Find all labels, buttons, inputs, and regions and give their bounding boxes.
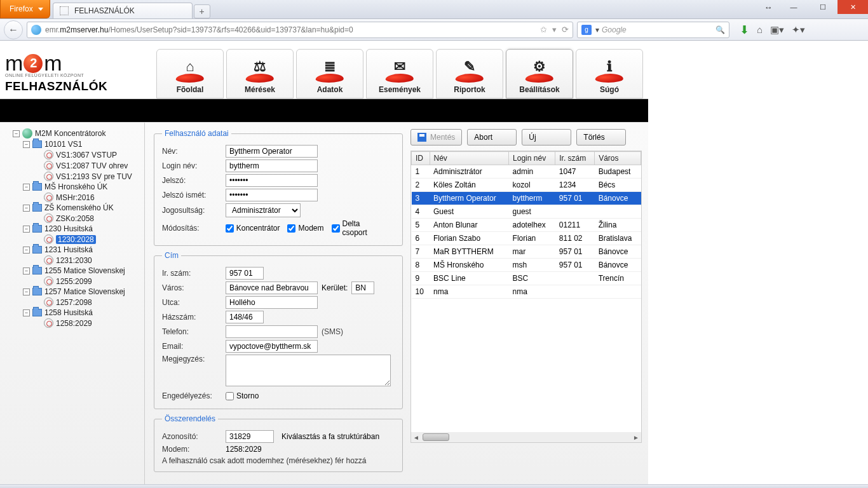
tree-node[interactable]: −1231 Husitská bbox=[3, 245, 142, 255]
downloads-icon[interactable]: ⬇ bbox=[740, 23, 749, 37]
tree-node[interactable]: −ZŠ Komenského ÚK bbox=[3, 203, 142, 213]
tree-node[interactable]: 1255:2099 bbox=[3, 276, 142, 287]
menu-mérések[interactable]: ⚖Mérések bbox=[226, 49, 294, 98]
tree-toggle-icon[interactable]: − bbox=[13, 130, 20, 137]
table-row[interactable]: 4Guestguest bbox=[412, 205, 641, 219]
tree-node[interactable]: ZSKo:2058 bbox=[3, 213, 142, 224]
col-header[interactable]: Login név bbox=[509, 152, 555, 165]
tree-node[interactable]: 1231:2030 bbox=[3, 255, 142, 266]
abort-button[interactable]: Abort bbox=[467, 129, 517, 146]
tree-node[interactable]: −1257 Matice Slovenskej bbox=[3, 287, 142, 297]
bookmarks-icon[interactable]: ▣▾ bbox=[770, 23, 784, 37]
tree-panel[interactable]: −M2M Koncentrátorok−10101 VS1VS1:3067 VS… bbox=[0, 123, 145, 488]
table-row[interactable]: 5Anton Blunaradotelhex01211Žilina bbox=[412, 219, 641, 232]
city-field[interactable] bbox=[226, 281, 318, 294]
col-header[interactable]: Ir. szám bbox=[555, 152, 595, 165]
assign-id-field[interactable] bbox=[226, 430, 274, 443]
tree-toggle-icon[interactable]: − bbox=[23, 268, 30, 274]
reload-button[interactable]: ⟳ bbox=[562, 25, 569, 34]
users-table-wrap[interactable]: IDNévLogin névIr. számVáros1Adminisztrát… bbox=[410, 151, 642, 443]
favicon-icon bbox=[60, 6, 69, 15]
maximize-button[interactable]: ☐ bbox=[808, 0, 837, 14]
login-field[interactable] bbox=[226, 159, 318, 172]
back-button[interactable]: ← bbox=[4, 20, 23, 39]
horizontal-scrollbar[interactable]: ◄ ► bbox=[411, 432, 641, 442]
tree-node[interactable]: VS1:2087 TUV ohrev bbox=[3, 160, 142, 171]
close-button[interactable]: ✕ bbox=[837, 0, 868, 14]
tree-toggle-icon[interactable]: − bbox=[23, 309, 30, 316]
street-field[interactable] bbox=[226, 296, 318, 309]
col-header[interactable]: Név bbox=[430, 152, 509, 165]
tree-node[interactable]: 1258:2029 bbox=[3, 318, 142, 329]
search-box[interactable]: g ▾ Google 🔍 bbox=[577, 22, 729, 38]
menu-beállítások[interactable]: ⚙Beállítások bbox=[506, 49, 573, 98]
minimize-button[interactable]: — bbox=[779, 0, 808, 14]
addons-icon[interactable]: ✦▾ bbox=[792, 23, 805, 37]
tree-node[interactable]: MSHr:2016 bbox=[3, 192, 142, 203]
table-row[interactable]: 10nmanma bbox=[412, 285, 641, 299]
col-header[interactable]: Város bbox=[595, 152, 641, 165]
tree-node[interactable]: −1258 Husitská bbox=[3, 308, 142, 318]
history-dropdown-icon[interactable]: ▾ bbox=[552, 25, 557, 34]
table-row[interactable]: 1Adminisztrátoradmin1047Budapest bbox=[412, 165, 641, 179]
firefox-menu-button[interactable]: Firefox bbox=[0, 0, 50, 18]
zip-field[interactable] bbox=[226, 267, 264, 280]
tree-toggle-icon[interactable]: − bbox=[23, 205, 30, 212]
tree-node[interactable]: −10101 VS1 bbox=[3, 139, 142, 149]
delete-button[interactable]: Törlés bbox=[576, 129, 626, 146]
scroll-left-icon[interactable]: ◄ bbox=[411, 434, 421, 441]
browser-tab[interactable]: FELHASZNÁLÓK bbox=[53, 3, 193, 18]
chk-modem[interactable] bbox=[287, 224, 295, 233]
tree-toggle-icon[interactable]: − bbox=[23, 141, 30, 148]
scroll-thumb[interactable] bbox=[423, 433, 449, 441]
tree-node[interactable]: 1257:2098 bbox=[3, 297, 142, 308]
notes-field[interactable] bbox=[226, 355, 391, 386]
password-confirm-field[interactable] bbox=[226, 189, 318, 201]
tree-toggle-icon[interactable]: − bbox=[23, 226, 30, 233]
menu-adatok[interactable]: ≣Adatok bbox=[296, 49, 363, 98]
tree-node[interactable]: VS1:3067 VSTUP bbox=[3, 149, 142, 160]
email-field[interactable] bbox=[226, 340, 318, 353]
tree-toggle-icon[interactable]: − bbox=[23, 247, 30, 254]
new-button[interactable]: Új bbox=[522, 129, 571, 146]
tree-node[interactable]: VS1:2193 SV pre TUV bbox=[3, 171, 142, 182]
fullscreen-toggle-icon[interactable]: ↔ bbox=[757, 0, 779, 14]
houseno-field[interactable] bbox=[226, 311, 264, 323]
tree-node[interactable]: −MŠ Hronského ÚK bbox=[3, 182, 142, 192]
tree-node[interactable]: −1255 Matice Slovenskej bbox=[3, 266, 142, 276]
role-select[interactable]: Adminisztrátor bbox=[226, 203, 301, 217]
table-row[interactable]: 8MŠ Hronskéhomsh957 01Bánovce bbox=[412, 259, 641, 272]
name-field[interactable] bbox=[226, 145, 318, 158]
chk-koncentrator[interactable] bbox=[226, 224, 234, 233]
district-field[interactable] bbox=[351, 281, 374, 294]
fold-icon bbox=[32, 288, 42, 295]
mod-icon bbox=[44, 255, 53, 265]
menu-fõoldal[interactable]: ⌂Fõoldal bbox=[156, 49, 224, 98]
tree-node[interactable]: −M2M Koncentrátorok bbox=[3, 128, 142, 139]
tree-node[interactable]: 1230:2028 bbox=[3, 234, 142, 245]
save-button[interactable]: Mentés bbox=[410, 129, 462, 146]
table-row[interactable]: 6Florian SzaboFlorian811 02Bratislava bbox=[412, 232, 641, 245]
col-header[interactable]: ID bbox=[412, 152, 430, 165]
table-row[interactable]: 9BSC LineBSCTrencín bbox=[412, 272, 641, 285]
menu-események[interactable]: ✉Események bbox=[366, 49, 433, 98]
tree-toggle-icon[interactable]: − bbox=[23, 288, 30, 295]
scroll-right-icon[interactable]: ► bbox=[631, 434, 641, 441]
new-tab-button[interactable]: + bbox=[194, 4, 210, 18]
users-table[interactable]: IDNévLogin névIr. számVáros1Adminisztrát… bbox=[411, 151, 641, 299]
search-icon[interactable]: 🔍 bbox=[715, 25, 725, 34]
url-bar[interactable]: emr.m2mserver.hu/Homes/UserSetup?sid=139… bbox=[27, 22, 573, 38]
menu-súgó[interactable]: ℹSúgó bbox=[576, 49, 643, 98]
chk-storno[interactable] bbox=[226, 392, 234, 400]
menu-riportok[interactable]: ✎Riportok bbox=[436, 49, 503, 98]
chk-delta[interactable] bbox=[332, 224, 340, 233]
table-row[interactable]: 7MaR BYTTHERMmar957 01Bánovce bbox=[412, 245, 641, 259]
table-row[interactable]: 2Köles Zoltánkozol1234Bécs bbox=[412, 179, 641, 192]
tree-toggle-icon[interactable]: − bbox=[23, 184, 30, 191]
tree-node[interactable]: −1230 Husitská bbox=[3, 224, 142, 234]
home-icon[interactable]: ⌂ bbox=[757, 23, 763, 37]
password-field[interactable] bbox=[226, 174, 318, 187]
app-body: −M2M Koncentrátorok−10101 VS1VS1:3067 VS… bbox=[0, 122, 648, 488]
table-row[interactable]: 3Byttherm Operatorbyttherm957 01Bánovce bbox=[412, 192, 641, 205]
phone-field[interactable] bbox=[226, 325, 318, 338]
